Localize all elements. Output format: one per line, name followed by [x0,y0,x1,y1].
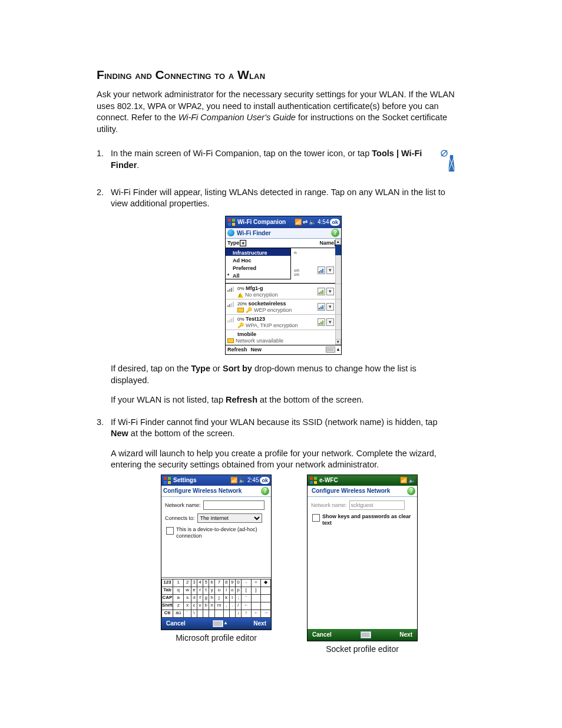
kbd-key[interactable]: ` [184,610,191,617]
kbd-key[interactable] [203,610,209,617]
kbd-key[interactable]: t [203,587,209,594]
kbd-key[interactable]: k [223,594,229,602]
kbd-key[interactable]: . [229,602,235,610]
kbd-key[interactable]: ; [235,594,241,602]
kbd-key[interactable]: áü [173,610,184,617]
kbd-key[interactable]: CAP [162,594,173,602]
kbd-key[interactable]: ← [251,610,261,617]
kbd-key[interactable]: n [209,602,215,610]
keyboard-icon[interactable] [326,347,335,353]
kbd-key[interactable]: i [223,587,229,594]
kbd-key[interactable]: 6 [209,579,215,587]
kbd-key[interactable]: 0 [235,579,241,587]
kbd-key[interactable]: w [184,587,191,594]
menu-preferred[interactable]: Preferred [226,263,290,271]
ms-connects-select[interactable]: The Internet [197,513,262,523]
kbd-key[interactable]: [ [241,587,251,594]
kbd-key[interactable]: z [173,602,184,610]
kbd-key[interactable]: 3 [191,579,197,587]
kbd-key[interactable]: ← [241,602,251,610]
sk-netname-input[interactable] [349,500,405,510]
kbd-key[interactable]: p [235,587,241,594]
wf-ok-button[interactable]: ok [330,219,340,226]
kbd-key[interactable] [229,610,235,617]
kbd-key[interactable]: g [203,594,209,602]
kbd-key[interactable]: - [241,579,251,587]
kbd-key[interactable]: s [184,594,191,602]
kbd-key[interactable]: q [173,587,184,594]
kbd-key[interactable]: = [251,579,261,587]
kbd-key[interactable]: f [197,594,203,602]
kbd-key[interactable]: / [235,602,241,610]
kbd-key[interactable] [261,602,271,610]
kbd-key[interactable]: \ [191,610,197,617]
kbd-key[interactable]: 4 [197,579,203,587]
ms-onscreen-keyboard[interactable]: 1231234567890-=◆Tabqwertyuiop[] CAPasdfg… [161,577,271,618]
help-icon[interactable]: ? [331,229,339,237]
kbd-key[interactable]: u [215,587,223,594]
wf-refresh-button[interactable]: Refresh [227,346,247,353]
kbd-key[interactable]: h [209,594,215,602]
sk-next-button[interactable]: Next [399,631,412,639]
kbd-key[interactable]: y [209,587,215,594]
sk-cancel-button[interactable]: Cancel [312,631,332,639]
kbd-key[interactable]: 1 [173,579,184,587]
kbd-key[interactable]: 5 [203,579,209,587]
kbd-key[interactable]: ↑ [241,610,251,617]
kbd-key[interactable]: m [215,602,223,610]
kbd-key[interactable]: , [223,602,229,610]
kbd-key[interactable] [197,610,203,617]
kbd-key[interactable]: r [197,587,203,594]
menu-all[interactable]: All [226,271,290,279]
kbd-key[interactable] [209,610,215,617]
help-icon[interactable]: ? [261,487,269,495]
kbd-key[interactable] [215,610,223,617]
sk-showkeys-checkbox[interactable] [312,514,320,522]
kbd-key[interactable]: 7 [215,579,223,587]
kbd-key[interactable]: b [203,602,209,610]
kbd-key[interactable]: o [229,587,235,594]
keyboard-icon[interactable] [361,631,371,638]
help-icon[interactable]: ? [407,487,415,495]
kbd-key[interactable]: 8 [223,579,229,587]
menu-adhoc[interactable]: Ad Hoc [226,256,290,263]
kbd-key[interactable] [223,610,229,617]
network-row-tmobile[interactable]: tmobile Network unavailable [226,330,341,345]
ms-ok-button[interactable]: ok [260,477,270,484]
type-dropdown-arrow[interactable]: ▾ [240,240,246,246]
network-row-socketwireless[interactable]: 20% socketwireless 🔑WEP encryption ▾ [226,299,341,314]
kbd-key[interactable]: 123 [162,579,173,587]
kbd-key[interactable]: e [191,587,197,594]
kbd-key[interactable] [261,594,271,602]
ms-cancel-button[interactable]: Cancel [166,620,186,628]
kbd-key[interactable]: Tab [162,587,173,594]
ms-netname-input[interactable] [203,500,265,510]
kbd-key[interactable]: ↓ [235,610,241,617]
kbd-key[interactable]: j [215,594,223,602]
kbd-key[interactable]: ◆ [261,579,271,587]
kbd-key[interactable] [251,602,261,610]
kbd-key[interactable]: v [197,602,203,610]
ms-adhoc-checkbox[interactable] [166,527,174,535]
scroll-thumb[interactable] [335,245,341,255]
kbd-key[interactable] [251,594,261,602]
menu-infrastructure[interactable]: Infrastructure [226,248,290,256]
kbd-key[interactable]: ] [251,587,261,594]
kbd-key[interactable]: x [184,602,191,610]
keyboard-icon[interactable] [213,620,223,627]
kbd-key[interactable]: Shift [162,602,173,610]
wf-new-button[interactable]: New [251,346,262,353]
kbd-key[interactable]: ' [241,594,251,602]
kbd-key[interactable]: c [191,602,197,610]
kbd-key[interactable]: 2 [184,579,191,587]
sip-toggle[interactable]: ▴ [337,347,339,353]
network-row-test123[interactable]: 0% Test123 🔑WPA, TKIP encryption ▾ [226,314,341,330]
kbd-key[interactable]: 9 [229,579,235,587]
scroll-up[interactable]: ▴ [335,239,341,245]
kbd-key[interactable]: l [229,594,235,602]
ms-next-button[interactable]: Next [253,620,266,628]
kbd-key[interactable]: a [173,594,184,602]
kbd-key[interactable]: Ctl [162,610,173,617]
kbd-key[interactable]: d [191,594,197,602]
kbd-key[interactable] [261,587,271,594]
